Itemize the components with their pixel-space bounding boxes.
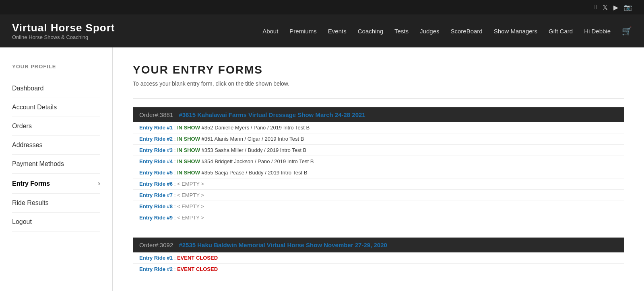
entry-status-separator: :: [174, 158, 177, 164]
sidebar-item-logout[interactable]: Logout: [12, 213, 100, 232]
sidebar-item-label: Addresses: [12, 141, 43, 149]
list-item: Entry Ride #2 : IN SHOW #351 Alanis Mann…: [133, 133, 624, 145]
entry-list-2: Entry Ride #1 : EVENT CLOSED Entry Ride …: [133, 252, 624, 275]
entry-status-separator: :: [174, 125, 177, 131]
chevron-right-icon: ›: [98, 179, 100, 188]
sidebar-item-dashboard[interactable]: Dashboard: [12, 79, 100, 98]
list-item: Entry Ride #1 : IN SHOW #352 Danielle My…: [133, 122, 624, 133]
entry-status: < EMPTY >: [177, 215, 204, 221]
sidebar-title: YOUR PROFILE: [12, 64, 100, 70]
entry-status: < EMPTY >: [177, 203, 204, 209]
nav-coaching[interactable]: Coaching: [358, 28, 383, 35]
order-block-1: Order#:3881 #3615 Kahalawai Farms Virtua…: [133, 107, 624, 223]
top-bar:  𝕏 ▶ 📷: [0, 0, 644, 14]
cart-icon[interactable]: 🛒: [622, 26, 632, 36]
nav-user-greeting: Hi Debbie: [584, 28, 611, 35]
nav-tests[interactable]: Tests: [394, 28, 409, 35]
youtube-icon[interactable]: ▶: [613, 4, 618, 11]
main-content: YOUR ENTRY FORMS To access your blank en…: [113, 47, 644, 291]
entry-detail: #355 Saeja Pease / Buddy / 2019 Intro Te…: [202, 170, 308, 176]
nav-about[interactable]: About: [262, 28, 278, 35]
entry-detail: #351 Alanis Mann / Gigar / 2019 Intro Te…: [202, 136, 304, 142]
logo-subtitle: Online Horse Shows & Coaching: [12, 34, 115, 40]
sidebar-item-payment-methods[interactable]: Payment Methods: [12, 155, 100, 174]
divider: [133, 98, 624, 98]
order-header-1: Order#:3881 #3615 Kahalawai Farms Virtua…: [133, 107, 624, 122]
nav-gift-card[interactable]: Gift Card: [549, 28, 573, 35]
sidebar-item-orders[interactable]: Orders: [12, 117, 100, 136]
twitter-icon[interactable]: 𝕏: [603, 4, 608, 11]
logo-block: Virtual Horse Sport Online Horse Shows &…: [12, 22, 115, 40]
entry-ride-link[interactable]: Entry Ride #8: [139, 203, 173, 209]
list-item: Entry Ride #9 : < EMPTY >: [133, 212, 624, 223]
entry-status-separator: :: [174, 255, 177, 261]
entry-list-1: Entry Ride #1 : IN SHOW #352 Danielle My…: [133, 122, 624, 223]
nav-scoreboard[interactable]: ScoreBoard: [450, 28, 482, 35]
list-item: Entry Ride #2 : EVENT CLOSED: [133, 264, 624, 275]
entry-status: < EMPTY >: [177, 192, 204, 198]
facebook-icon[interactable]: : [594, 4, 597, 11]
entry-status: EVENT CLOSED: [177, 266, 218, 272]
order-number-2: Order#:3092: [139, 242, 173, 248]
entry-ride-link[interactable]: Entry Ride #3: [139, 147, 173, 153]
order-number-1: Order#:3881: [139, 111, 173, 118]
sidebar-item-ride-results[interactable]: Ride Results: [12, 194, 100, 213]
sidebar-item-label: Ride Results: [12, 199, 49, 207]
list-item: Entry Ride #3 : IN SHOW #353 Sasha Mille…: [133, 145, 624, 156]
entry-ride-link[interactable]: Entry Ride #1: [139, 125, 173, 131]
nav-judges[interactable]: Judges: [420, 28, 439, 35]
instagram-icon[interactable]: 📷: [624, 4, 632, 11]
entry-ride-link[interactable]: Entry Ride #7: [139, 192, 173, 198]
nav-premiums[interactable]: Premiums: [289, 28, 317, 35]
entry-status-separator: :: [174, 192, 177, 198]
entry-ride-link[interactable]: Entry Ride #2: [139, 136, 173, 142]
entry-status: < EMPTY >: [177, 181, 204, 187]
sidebar-item-label: Account Details: [12, 104, 57, 111]
entry-ride-link[interactable]: Entry Ride #2: [139, 266, 173, 272]
entry-status-separator: :: [174, 203, 177, 209]
nav-events[interactable]: Events: [328, 28, 347, 35]
page-layout: YOUR PROFILE Dashboard Account Details O…: [0, 47, 644, 291]
header: Virtual Horse Sport Online Horse Shows &…: [0, 14, 644, 47]
entry-ride-link[interactable]: Entry Ride #1: [139, 255, 173, 261]
entry-status-separator: :: [174, 266, 177, 272]
sidebar-item-label: Orders: [12, 123, 32, 130]
entry-status-separator: :: [174, 215, 177, 221]
entry-ride-link[interactable]: Entry Ride #4: [139, 158, 173, 164]
sidebar-item-label: Entry Forms: [12, 180, 50, 187]
order-header-2: Order#:3092 #2535 Haku Baldwin Memorial …: [133, 238, 624, 252]
list-item: Entry Ride #5 : IN SHOW #355 Saeja Pease…: [133, 167, 624, 178]
list-item: Entry Ride #4 : IN SHOW #354 Bridgett Ja…: [133, 156, 624, 167]
sidebar-item-addresses[interactable]: Addresses: [12, 136, 100, 155]
order-show-link-2[interactable]: #2535 Haku Baldwin Memorial Virtual Hors…: [179, 242, 387, 248]
entry-detail: #352 Danielle Myers / Pano / 2019 Intro …: [202, 125, 310, 131]
entry-ride-link[interactable]: Entry Ride #5: [139, 170, 173, 176]
sidebar-item-label: Dashboard: [12, 85, 43, 92]
entry-ride-link[interactable]: Entry Ride #6: [139, 181, 173, 187]
entry-status: IN SHOW: [177, 147, 200, 153]
entry-status-separator: :: [174, 136, 177, 142]
entry-ride-link[interactable]: Entry Ride #9: [139, 215, 173, 221]
sidebar-menu: Dashboard Account Details Orders Address…: [12, 79, 100, 232]
entry-status-separator: :: [174, 147, 177, 153]
main-nav: About Premiums Events Coaching Tests Jud…: [262, 26, 632, 36]
list-item: Entry Ride #8 : < EMPTY >: [133, 201, 624, 212]
list-item: Entry Ride #6 : < EMPTY >: [133, 178, 624, 190]
nav-show-managers[interactable]: Show Managers: [494, 28, 537, 35]
sidebar-item-label: Logout: [12, 218, 32, 225]
entry-status: IN SHOW: [177, 170, 200, 176]
logo-title: Virtual Horse Sport: [12, 22, 115, 34]
entry-status: EVENT CLOSED: [177, 255, 218, 261]
order-block-2: Order#:3092 #2535 Haku Baldwin Memorial …: [133, 238, 624, 275]
sidebar: YOUR PROFILE Dashboard Account Details O…: [0, 47, 113, 291]
list-item: Entry Ride #7 : < EMPTY >: [133, 190, 624, 201]
sidebar-item-entry-forms[interactable]: Entry Forms ›: [12, 174, 100, 194]
entry-status-separator: :: [174, 170, 177, 176]
sidebar-item-account-details[interactable]: Account Details: [12, 98, 100, 117]
entry-status: IN SHOW: [177, 125, 200, 131]
entry-detail: #353 Sasha Miller / Buddy / 2019 Intro T…: [202, 147, 307, 153]
order-show-link-1[interactable]: #3615 Kahalawai Farms Virtual Dressage S…: [179, 111, 365, 118]
entry-status: IN SHOW: [177, 158, 200, 164]
page-title: YOUR ENTRY FORMS: [133, 64, 624, 76]
page-subtitle: To access your blank entry form, click o…: [133, 80, 624, 87]
